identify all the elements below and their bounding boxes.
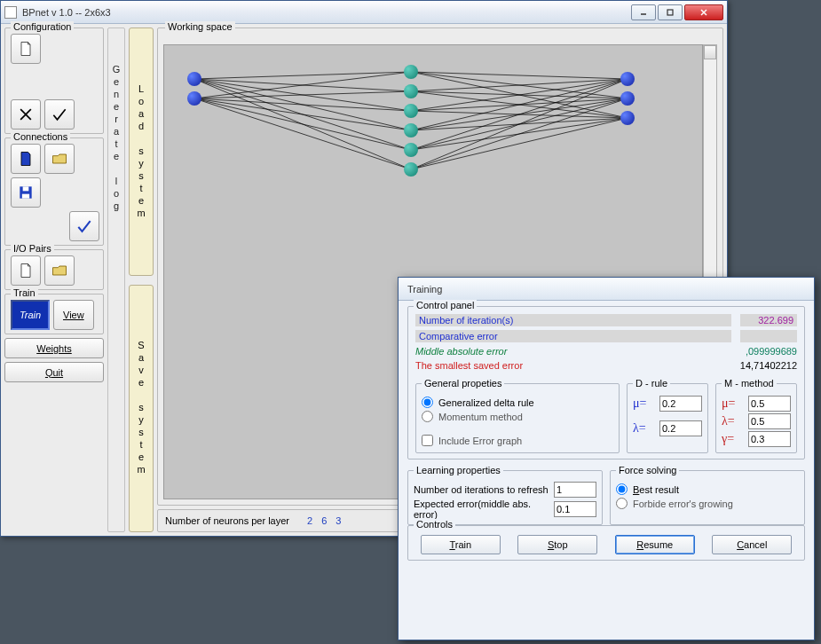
svg-rect-8 xyxy=(22,194,29,199)
layer-count-0: 2 xyxy=(307,515,312,526)
maximize-button[interactable] xyxy=(658,4,683,20)
quit-button[interactable]: Quit xyxy=(4,362,104,382)
forbid-growing-radio[interactable]: Forbide error's growing xyxy=(616,498,799,509)
iopairs-legend: I/O Pairs xyxy=(11,243,54,254)
dialog-resume-button[interactable]: Resume xyxy=(615,535,695,554)
svg-rect-7 xyxy=(23,186,29,191)
middle-abs-error-value: ,099999689 xyxy=(740,346,797,357)
neurons-per-layer-label: Number of neurons per layer xyxy=(165,515,289,526)
confirm-config-button[interactable] xyxy=(44,99,75,130)
close-button[interactable] xyxy=(684,4,723,20)
main-titlebar[interactable]: BPnet v 1.0 -- 2x6x3 xyxy=(1,1,727,24)
workspace-legend: Working space xyxy=(165,21,235,32)
middle-abs-error-label: Middle absolute error xyxy=(415,346,731,357)
gamma-symbol: γ= xyxy=(722,432,743,446)
weights-button[interactable]: Weights xyxy=(4,338,104,358)
iterations-value: 322.699 xyxy=(740,314,797,326)
d-lambda-input[interactable] xyxy=(659,420,702,436)
smallest-error-value: 14,71402212 xyxy=(740,360,797,371)
open-iopairs-button[interactable] xyxy=(44,255,75,286)
folder-open-icon xyxy=(51,262,68,279)
comparative-error-label: Comparative error xyxy=(415,330,731,342)
best-result-radio[interactable]: Best result xyxy=(616,483,799,495)
neuron-hid[interactable] xyxy=(404,162,418,177)
new-file-icon xyxy=(17,262,35,279)
train-group: Train Train View xyxy=(4,294,104,334)
cancel-config-button[interactable] xyxy=(11,99,41,130)
neuron-hid[interactable] xyxy=(404,123,418,137)
dialog-stop-button[interactable]: Stop xyxy=(517,535,597,554)
configuration-legend: Configuration xyxy=(11,21,74,32)
learning-properties-group: Learning properties Number od iterations… xyxy=(407,465,603,525)
window-title: BPnet v 1.0 -- 2x6x3 xyxy=(22,7,631,18)
folder-open-icon xyxy=(51,150,68,168)
iterations-label: Number of iteration(s) xyxy=(415,314,731,326)
open-connections-button[interactable] xyxy=(44,144,75,174)
vertical-buttons: Load system Save system xyxy=(129,27,154,532)
new-iopairs-button[interactable] xyxy=(11,255,41,286)
mu-symbol: μ= xyxy=(722,397,743,411)
svg-line-9 xyxy=(194,72,411,79)
smallest-error-label: The smallest saved error xyxy=(415,360,731,371)
svg-line-21 xyxy=(411,72,628,79)
connections-legend: Connections xyxy=(11,131,70,142)
save-connections-button[interactable] xyxy=(11,177,41,208)
m-gamma-input[interactable] xyxy=(748,431,791,447)
neuron-in[interactable] xyxy=(187,72,201,86)
view-button[interactable]: View xyxy=(53,300,94,330)
training-titlebar[interactable]: Training xyxy=(399,278,814,301)
dialog-cancel-button[interactable]: Cancel xyxy=(712,535,792,554)
m-lambda-input[interactable] xyxy=(748,413,791,429)
lambda-symbol: λ= xyxy=(722,414,743,428)
neuron-hid[interactable] xyxy=(404,104,418,118)
iter-refresh-input[interactable] xyxy=(554,482,596,498)
neuron-out[interactable] xyxy=(620,72,635,86)
dialog-train-button[interactable]: Train xyxy=(421,535,501,554)
scroll-up-button[interactable] xyxy=(704,45,716,59)
neuron-hid[interactable] xyxy=(404,65,418,79)
neuron-out[interactable] xyxy=(620,111,635,125)
iter-refresh-label: Number od iterations to refresh xyxy=(414,484,549,495)
m-method-legend: M - method xyxy=(722,378,777,389)
d-rule-legend: D - rule xyxy=(633,378,670,389)
neuron-hid[interactable] xyxy=(404,143,418,157)
comparative-error-value xyxy=(740,330,797,342)
force-solving-group: Force solving Best result Forbide error'… xyxy=(610,465,805,525)
best-result-rest: est result xyxy=(639,484,679,495)
app-icon xyxy=(4,6,17,19)
train-legend: Train xyxy=(11,287,38,298)
svg-line-15 xyxy=(194,72,411,98)
generate-log-strip[interactable]: Generate log xyxy=(107,27,125,532)
include-error-graph-check[interactable]: Include Error graph xyxy=(422,435,613,446)
iopairs-group: I/O Pairs xyxy=(4,249,104,290)
neuron-hid[interactable] xyxy=(404,84,418,98)
svg-line-18 xyxy=(194,98,411,130)
momentum-method-radio[interactable]: Momentum method xyxy=(422,411,613,422)
new-config-button[interactable] xyxy=(11,34,41,64)
new-connections-button[interactable] xyxy=(11,144,41,174)
control-panel-legend: Control panel xyxy=(414,300,477,310)
neuron-in[interactable] xyxy=(187,91,201,106)
train-button[interactable]: Train xyxy=(11,300,50,330)
layer-count-1: 6 xyxy=(321,515,327,526)
control-panel-group: Control panel Number of iteration(s) 322… xyxy=(407,306,805,459)
generate-log-label: Generate log xyxy=(113,64,121,213)
generalized-delta-radio[interactable]: Generalized delta rule xyxy=(422,397,613,408)
expected-error-label: Expected error(middle abs. error) xyxy=(414,499,549,520)
m-method-group: M - method μ= λ= γ= xyxy=(715,378,797,453)
controls-group: Controls Train Stop Resume Cancel xyxy=(407,525,805,561)
m-mu-input[interactable] xyxy=(748,396,791,412)
minimize-button[interactable] xyxy=(631,4,656,20)
save-system-button[interactable]: Save system xyxy=(129,285,154,533)
d-rule-group: D - rule μ= λ= xyxy=(627,378,708,453)
load-system-button[interactable]: Load system xyxy=(129,27,154,276)
check-blue-icon xyxy=(75,217,93,235)
expected-error-input[interactable] xyxy=(554,501,596,517)
force-solving-legend: Force solving xyxy=(616,465,679,475)
neuron-out[interactable] xyxy=(620,91,635,106)
learning-properties-legend: Learning properties xyxy=(414,465,503,475)
confirm-connections-button[interactable] xyxy=(69,211,99,241)
general-properties-legend: General propeties xyxy=(422,378,504,389)
training-dialog: Training Control panel Number of iterati… xyxy=(398,277,815,640)
d-mu-input[interactable] xyxy=(659,396,702,412)
